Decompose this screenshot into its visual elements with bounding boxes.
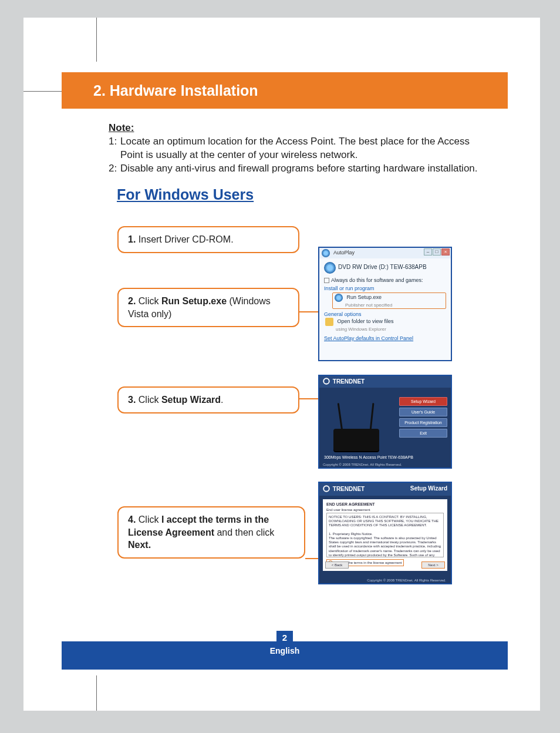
step-bold: Run Setup.exe bbox=[161, 296, 227, 306]
note-text: Locate an optimum location for the Acces… bbox=[120, 135, 484, 162]
step-text: . bbox=[221, 395, 223, 405]
page: 2. Hardware Installation Note: 1: Locate… bbox=[23, 18, 540, 711]
step-1-box: 1. Insert Driver CD-ROM. bbox=[117, 226, 299, 253]
note-label: Note: bbox=[109, 122, 484, 134]
brand-logo-icon bbox=[323, 378, 330, 385]
router-body bbox=[333, 429, 379, 451]
license-text-box[interactable]: NOTICE TO USERS: THIS IS A CONTRACT. BY … bbox=[326, 513, 444, 557]
run-setup-option[interactable]: Run Setup.exe Publisher not specified bbox=[332, 292, 446, 309]
disc-icon bbox=[335, 294, 343, 302]
section-header: General options bbox=[324, 311, 446, 317]
language-label: English bbox=[270, 646, 300, 655]
copyright: Copyright © 2008 TRENDnet. All Rights Re… bbox=[367, 579, 446, 582]
license-subhead: End user license agreement bbox=[326, 508, 444, 512]
autoplay-defaults-link[interactable]: Set AutoPlay defaults in Control Panel bbox=[324, 335, 446, 341]
brand-logo-icon bbox=[323, 485, 330, 492]
step-number: 3. bbox=[128, 395, 136, 405]
note-text: Disable any anti-virus and firewall prog… bbox=[120, 162, 478, 176]
step-text: Click bbox=[136, 296, 161, 306]
disc-icon bbox=[324, 262, 336, 274]
license-panel: END USER AGREEMENT End user license agre… bbox=[323, 499, 447, 571]
step-3-box: 3. Click Setup Wizard. bbox=[117, 386, 299, 413]
note-number: 2: bbox=[109, 162, 120, 176]
step-bold: Next. bbox=[128, 540, 151, 550]
always-label: Always do this for software and games: bbox=[331, 277, 423, 283]
brand-bar: TRENDNET Setup Wizard bbox=[319, 483, 451, 496]
product-registration-button[interactable]: Product Registration bbox=[399, 418, 447, 427]
antenna-icon bbox=[338, 403, 343, 431]
brand-bar: TRENDNET bbox=[319, 376, 451, 388]
step-text: Insert Driver CD-ROM. bbox=[136, 234, 233, 244]
page-number: 2 bbox=[276, 631, 293, 645]
step-bold: Setup Wizard bbox=[161, 395, 221, 405]
crop-mark bbox=[96, 18, 97, 62]
drive-label: DVD RW Drive (D:) TEW-638APB bbox=[338, 264, 427, 270]
checkbox[interactable] bbox=[324, 278, 329, 283]
close-icon[interactable]: × bbox=[441, 248, 450, 255]
option-sub: using Windows Explorer bbox=[336, 327, 386, 332]
step-number: 4. bbox=[128, 515, 136, 524]
license-body: NOTICE TO USERS: THIS IS A CONTRACT. BY … bbox=[329, 515, 442, 557]
svg-point-0 bbox=[323, 378, 329, 384]
content-area: Note: 1: Locate an optimum location for … bbox=[109, 122, 484, 203]
brand-name: TRENDNET bbox=[333, 378, 365, 385]
section-header: 2. Hardware Installation bbox=[62, 72, 508, 109]
step-text: and then click bbox=[214, 527, 274, 537]
router-image bbox=[325, 403, 396, 462]
subheading: For Windows Users bbox=[117, 186, 484, 203]
license-heading: END USER AGREEMENT bbox=[326, 502, 444, 506]
footer-bar: 2 English bbox=[62, 641, 508, 670]
option-sub: Publisher not specified bbox=[345, 302, 393, 308]
window-titlebar: AutoPlay – □ × bbox=[319, 248, 451, 258]
step-2-box: 2. Click Run Setup.exe (Windows Vista on… bbox=[117, 288, 299, 327]
section-header: Install or run program bbox=[324, 285, 446, 291]
step-text: Click bbox=[136, 395, 161, 405]
svg-point-1 bbox=[323, 486, 329, 492]
next-button[interactable]: Next > bbox=[421, 561, 445, 569]
product-caption: 300Mbps Wireless N Access Point TEW-638A… bbox=[324, 455, 413, 459]
installer-menu: Setup Wizard User's Guide Product Regist… bbox=[399, 397, 447, 439]
setup-wizard-button[interactable]: Setup Wizard bbox=[399, 397, 447, 406]
back-button[interactable]: < Back bbox=[325, 561, 349, 569]
dialog-body: DVD RW Drive (D:) TEW-638APB Always do t… bbox=[319, 258, 451, 345]
dialog-title: Setup Wizard bbox=[410, 485, 447, 493]
section-title: 2. Hardware Installation bbox=[93, 82, 258, 99]
crop-mark bbox=[96, 675, 97, 711]
note-number: 1: bbox=[109, 135, 120, 162]
disc-icon bbox=[322, 249, 330, 257]
copyright: Copyright © 2008 TRENDnet. All Rights Re… bbox=[323, 463, 447, 466]
autoplay-dialog: AutoPlay – □ × DVD RW Drive (D:) TEW-638… bbox=[318, 247, 452, 361]
users-guide-button[interactable]: User's Guide bbox=[399, 408, 447, 416]
minimize-icon[interactable]: – bbox=[424, 248, 432, 255]
step-4-box: 4. Click I accept the terms in the Licen… bbox=[117, 506, 305, 559]
window-title: AutoPlay bbox=[333, 250, 355, 255]
step-number: 1. bbox=[128, 234, 136, 244]
note-item: 2: Disable any anti-virus and firewall p… bbox=[109, 162, 484, 176]
maximize-icon[interactable]: □ bbox=[433, 248, 441, 255]
note-item: 1: Locate an optimum location for the Ac… bbox=[109, 135, 484, 162]
antenna-icon bbox=[369, 403, 374, 431]
step-number: 2. bbox=[128, 296, 136, 306]
installer-menu-screenshot: TRENDNET Setup Wizard User's Guide Produ… bbox=[318, 375, 452, 469]
folder-icon bbox=[325, 318, 333, 326]
option-title: Run Setup.exe bbox=[347, 295, 382, 301]
exit-button[interactable]: Exit bbox=[399, 429, 447, 438]
crop-mark bbox=[23, 91, 62, 92]
license-dialog-screenshot: TRENDNET Setup Wizard END USER AGREEMENT… bbox=[318, 482, 452, 584]
brand-name: TRENDNET bbox=[333, 486, 365, 492]
open-folder-option[interactable]: Open folder to view files using Windows … bbox=[325, 318, 446, 332]
note-list: 1: Locate an optimum location for the Ac… bbox=[109, 135, 484, 176]
option-title: Open folder to view files bbox=[338, 319, 394, 325]
step-text: Click bbox=[136, 515, 161, 524]
